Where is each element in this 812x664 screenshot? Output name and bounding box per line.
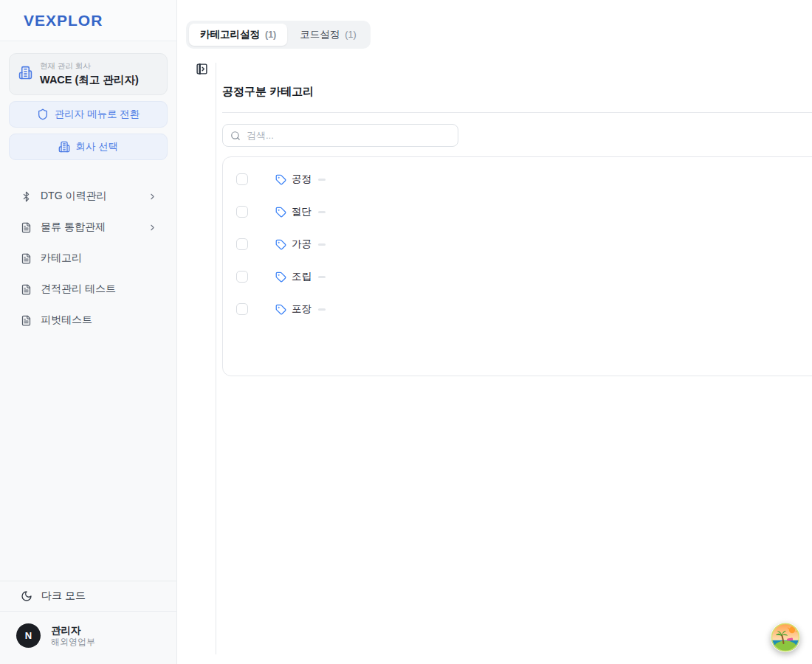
- category-checkbox[interactable]: [236, 206, 248, 218]
- category-list-card: 공정 절단: [222, 156, 812, 376]
- category-panel: 공정구분 카테고리 공정: [216, 63, 812, 654]
- tag-icon: [275, 174, 286, 185]
- list-item: 포장: [223, 293, 812, 325]
- sidebar-item-logistics-control[interactable]: 물류 통합관제: [0, 212, 176, 243]
- vexplor-logo[interactable]: VEXPLOR: [24, 12, 103, 30]
- category-label: 조립: [292, 270, 312, 283]
- switch-admin-menu-button[interactable]: 관리자 메뉴로 전환: [9, 101, 168, 128]
- sidebar-item-quote-test[interactable]: 견적관리 테스트: [0, 274, 176, 305]
- tab-count: (1): [345, 30, 356, 40]
- building-icon: [58, 141, 70, 153]
- list-item: 가공: [223, 228, 812, 260]
- sidebar-item-pivot-test[interactable]: 피벗테스트: [0, 305, 176, 336]
- company-meta: 현재 관리 회사 WACE (최고 관리자): [40, 61, 139, 87]
- list-item: 조립: [223, 260, 812, 293]
- dark-mode-toggle[interactable]: 다크 모드: [0, 581, 176, 612]
- chevron-right-icon: [148, 223, 157, 232]
- category-dash: [318, 308, 326, 311]
- tag-icon: [275, 207, 286, 218]
- tab-category-settings[interactable]: 카테고리설정 (1): [189, 24, 287, 46]
- category-checkbox[interactable]: [236, 238, 248, 250]
- sidebar-item-label: 피벗테스트: [41, 314, 92, 327]
- chevron-right-icon: [148, 192, 157, 201]
- file-icon: [21, 222, 32, 233]
- category-label: 절단: [292, 205, 312, 218]
- user-profile[interactable]: N 관리자 해외영업부: [0, 612, 176, 664]
- moon-icon: [21, 590, 32, 602]
- list-item: 공정: [223, 163, 812, 196]
- category-item[interactable]: 가공: [275, 238, 312, 251]
- category-label: 포장: [292, 302, 312, 316]
- sidebar-bottom: 다크 모드 N 관리자 해외영업부: [0, 581, 176, 664]
- tropical-island-icon: [771, 623, 800, 652]
- category-label: 가공: [292, 238, 312, 251]
- category-item[interactable]: 절단: [275, 205, 312, 218]
- company-card-label: 현재 관리 회사: [40, 61, 139, 72]
- search-input[interactable]: [247, 130, 450, 141]
- sidebar-item-label: DTG 이력관리: [41, 190, 106, 203]
- tag-icon: [275, 272, 286, 283]
- category-dash: [318, 179, 326, 181]
- tag-icon: [275, 239, 286, 250]
- sidebar-item-label: 카테고리: [41, 252, 82, 265]
- logo-area: VEXPLOR: [0, 0, 176, 41]
- app-window: VEXPLOR 현재 관리 회사 WACE (최고 관리자) 관리자 메뉴로 전…: [0, 0, 812, 664]
- divider: [222, 112, 812, 113]
- category-dash: [318, 211, 326, 213]
- panel-collapse-icon[interactable]: [196, 63, 208, 75]
- tropical-island-button[interactable]: [771, 623, 800, 652]
- sidebar-item-label: 물류 통합관제: [41, 221, 106, 234]
- category-label: 공정: [292, 173, 312, 186]
- file-icon: [21, 253, 32, 264]
- sidebar-item-label: 견적관리 테스트: [41, 283, 116, 296]
- sidebar-menu: DTG 이력관리 물류 통합관제 카테고리: [0, 181, 176, 336]
- main-area: 카테고리설정 (1) 코드설정 (1) 공정구분 카테고리: [177, 0, 812, 664]
- dark-mode-label: 다크 모드: [41, 589, 86, 603]
- bluetooth-icon: [21, 191, 32, 202]
- category-item[interactable]: 공정: [275, 173, 312, 186]
- file-icon: [21, 284, 32, 295]
- category-item[interactable]: 조립: [275, 270, 312, 283]
- category-dash: [318, 276, 326, 278]
- company-name: WACE (최고 관리자): [40, 73, 139, 87]
- tab-count: (1): [265, 30, 276, 40]
- select-company-button[interactable]: 회사 선택: [9, 134, 168, 160]
- select-company-label: 회사 선택: [76, 140, 119, 153]
- tab-label: 코드설정: [300, 28, 340, 41]
- category-checkbox[interactable]: [236, 271, 248, 283]
- user-info: 관리자 해외영업부: [51, 624, 95, 648]
- user-department: 해외영업부: [51, 637, 95, 648]
- file-icon: [21, 315, 32, 326]
- user-name: 관리자: [51, 624, 95, 637]
- switch-admin-menu-label: 관리자 메뉴로 전환: [55, 108, 140, 121]
- category-checkbox[interactable]: [236, 173, 248, 185]
- sidebar-item-category[interactable]: 카테고리: [0, 243, 176, 274]
- building-icon: [18, 66, 32, 83]
- tag-icon: [275, 304, 286, 315]
- settings-tabbar: 카테고리설정 (1) 코드설정 (1): [186, 21, 371, 49]
- list-item: 절단: [223, 196, 812, 228]
- category-dash: [318, 243, 326, 246]
- avatar: N: [16, 623, 41, 648]
- category-item[interactable]: 포장: [275, 302, 312, 316]
- sidebar-item-dtg-history[interactable]: DTG 이력관리: [0, 181, 176, 212]
- panel-title: 공정구분 카테고리: [222, 85, 812, 99]
- shield-icon: [37, 108, 49, 120]
- current-company-card: 현재 관리 회사 WACE (최고 관리자): [9, 53, 168, 95]
- tab-code-settings[interactable]: 코드설정 (1): [289, 24, 367, 46]
- category-search: [222, 124, 458, 147]
- sidebar: VEXPLOR 현재 관리 회사 WACE (최고 관리자) 관리자 메뉴로 전…: [0, 0, 177, 664]
- search-icon: [230, 131, 241, 141]
- category-checkbox[interactable]: [236, 303, 248, 315]
- tab-label: 카테고리설정: [200, 28, 260, 41]
